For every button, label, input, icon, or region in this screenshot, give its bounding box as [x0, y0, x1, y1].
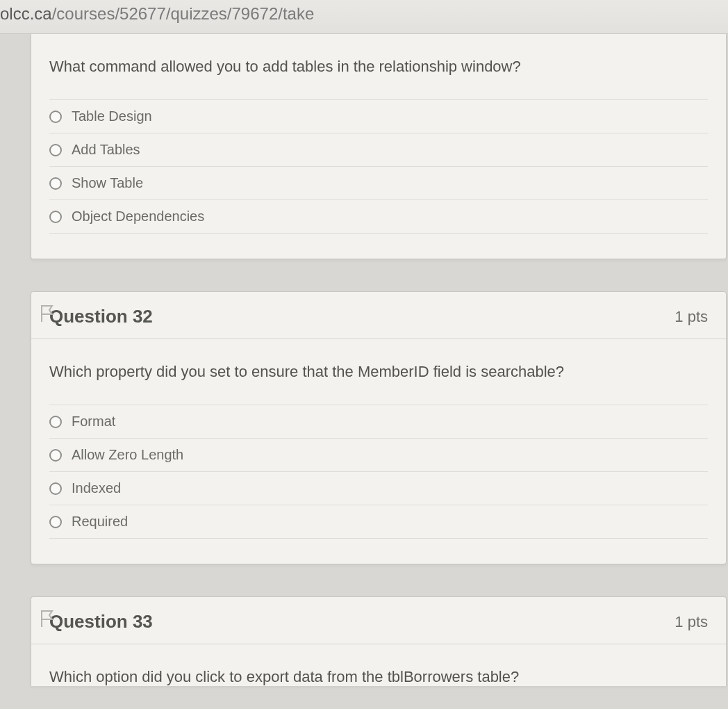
option-label: Indexed	[72, 480, 121, 496]
question-text: What command allowed you to add tables i…	[49, 58, 708, 76]
question-header: Question 32 1 pts	[31, 292, 726, 339]
question-text: Which option did you click to export dat…	[49, 668, 708, 686]
question-card-33: Question 33 1 pts Which option did you c…	[31, 596, 727, 686]
option-object-dependencies[interactable]: Object Dependencies	[49, 199, 708, 234]
radio-icon	[49, 449, 62, 462]
option-table-design[interactable]: Table Design	[49, 99, 708, 133]
question-header: Question 33 1 pts	[31, 597, 726, 644]
question-card-31: What command allowed you to add tables i…	[31, 34, 727, 259]
url-host: olcc.ca	[0, 4, 52, 23]
option-label: Show Table	[72, 175, 143, 191]
option-allow-zero-length[interactable]: Allow Zero Length	[49, 438, 708, 471]
radio-icon	[49, 482, 62, 495]
radio-icon	[49, 211, 62, 223]
url-bar: olcc.ca/courses/52677/quizzes/79672/take	[0, 0, 728, 34]
option-required[interactable]: Required	[49, 505, 708, 539]
flag-icon[interactable]	[39, 304, 56, 323]
option-label: Object Dependencies	[72, 209, 204, 225]
radio-icon	[49, 177, 62, 190]
radio-icon	[49, 416, 62, 428]
question-title: Question 32	[49, 306, 153, 327]
option-indexed[interactable]: Indexed	[49, 471, 708, 505]
radio-icon	[49, 111, 62, 123]
question-title: Question 33	[49, 611, 153, 633]
option-label: Allow Zero Length	[72, 447, 183, 463]
question-points: 1 pts	[675, 613, 708, 631]
question-card-32: Question 32 1 pts Which property did you…	[31, 291, 727, 564]
radio-icon	[49, 144, 62, 156]
option-add-tables[interactable]: Add Tables	[49, 133, 708, 166]
question-points: 1 pts	[675, 308, 708, 326]
question-text: Which property did you set to ensure tha…	[49, 363, 708, 381]
option-show-table[interactable]: Show Table	[49, 166, 708, 199]
option-label: Format	[72, 414, 115, 430]
option-label: Add Tables	[72, 142, 140, 158]
option-label: Required	[72, 514, 128, 530]
flag-icon[interactable]	[39, 609, 56, 628]
url-path: /courses/52677/quizzes/79672/take	[52, 4, 315, 23]
option-label: Table Design	[72, 108, 152, 124]
radio-icon	[49, 516, 62, 528]
option-format[interactable]: Format	[49, 405, 708, 438]
